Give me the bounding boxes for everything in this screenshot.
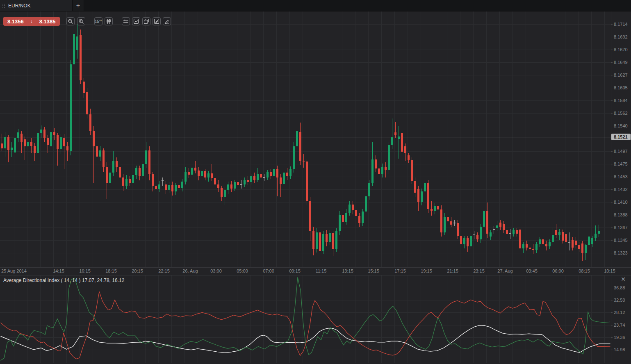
drag-handle-icon[interactable] [2,3,6,9]
candle-body [227,184,229,190]
candle-body [83,82,85,93]
candle-body [296,131,298,147]
timeframe-button[interactable]: 15m [94,17,103,25]
candle-body [595,234,597,238]
candle-body [450,221,452,225]
candle-body [299,132,301,161]
candle-body [381,167,383,174]
candle-body [162,180,164,181]
candle-body [247,180,249,182]
time-axis-label: 09:15 [289,268,301,273]
price-axis[interactable]: 8.17148.16928.16708.16498.16278.16058.15… [611,22,631,255]
candle-body [263,177,265,178]
candle-body [585,245,587,253]
trading-app-window: 8.17148.16928.16708.16498.16278.16058.15… [0,0,631,364]
sell-price-button[interactable]: 8.1356 [7,18,24,25]
candle-body [549,242,551,246]
candle-body [421,191,423,202]
time-axis-label: 16:15 [79,268,91,273]
candle-body [431,209,433,211]
candle-body [522,244,524,248]
price-axis-label: 8.1714 [614,22,628,27]
candle-body [483,211,485,227]
indicator-title: Average Directional Index ( 14, 14 ) [3,278,82,283]
time-axis[interactable]: 25 Aug 201414:1516:1518:1520:1522:1526. … [1,268,615,273]
candle-body [476,235,478,239]
new-tab-button[interactable]: + [73,0,84,11]
tab-eurnok[interactable]: EUR/NOK [0,0,73,11]
candle-body [66,146,68,150]
candle-body [165,184,167,190]
candle-body [493,229,495,230]
time-axis-label: 06:00 [552,268,564,273]
indicator-lines-layer[interactable] [1,277,610,360]
candle-body [267,172,269,177]
candle-body [572,240,574,248]
time-axis-label: 13:15 [342,268,353,273]
indicator-axis-label: 19.36 [614,335,625,340]
candle-body [427,183,429,209]
candle-body [437,206,439,210]
candles-layer[interactable] [1,23,600,261]
candle-body [332,233,334,249]
quote-widget[interactable]: 8.1356 ↓ 8.1385 [3,17,60,26]
candle-body [63,138,65,146]
price-chart-canvas[interactable]: 8.17148.16928.16708.16498.16278.16058.15… [0,0,631,364]
candle-body [129,179,131,183]
candle-body [207,173,210,177]
chart-style-button[interactable] [132,17,140,25]
indicator-axis[interactable]: 36.8832.5028.1223.7419.3614.98 [611,285,625,352]
compare-button[interactable] [142,17,150,25]
candle-body [408,155,410,160]
candle-body [401,133,403,152]
candle-body [404,146,406,153]
candle-body [142,164,144,176]
candle-body [171,185,173,191]
indicator-line-adx [1,325,610,353]
candle-body [562,232,564,241]
indicator-settings-button[interactable] [122,17,130,25]
indicator-axis-label: 32.50 [614,298,625,303]
candle-body [490,232,492,237]
candle-body [96,146,98,156]
chart-type-button[interactable] [105,17,113,25]
candle-body [53,132,55,136]
time-axis-label: 21:15 [447,268,458,273]
candle-body [76,36,78,50]
annotate-button[interactable] [153,17,161,25]
indicator-axis-label: 36.88 [614,285,625,290]
candle-body [362,212,364,223]
candlestick-icon [106,18,112,24]
candle-body [201,171,203,176]
time-axis-label: 17:15 [394,268,406,273]
candle-body [503,224,505,230]
candle-body [319,232,321,251]
draw-button[interactable] [163,17,171,25]
candle-body [513,230,515,234]
candle-body [132,175,134,183]
indicator-close-button[interactable]: ✕ [619,275,627,283]
price-axis-label: 8.1692 [614,34,628,39]
candle-body [414,181,416,193]
candle-body [303,161,305,162]
zoom-in-button[interactable] [77,17,85,25]
magnifier-minus-icon [68,18,73,24]
candle-body [293,146,295,169]
zoom-out-button[interactable] [66,17,75,25]
line-chart-icon [133,18,139,24]
candle-body [316,232,318,249]
candle-body [237,182,239,185]
buy-price-button[interactable]: 8.1385 [39,18,56,25]
candle-body [388,145,390,170]
arrow-down-icon: ↓ [30,18,33,24]
candle-body [276,169,278,177]
candle-body [50,132,52,147]
candle-body [417,189,419,202]
candle-body [221,188,223,198]
candle-body [89,114,91,131]
candle-body [539,239,541,244]
candle-body [40,130,42,133]
candle-body [581,243,583,253]
price-axis-label: 8.1540 [614,123,628,128]
timeframe-label: 15m [95,19,102,24]
